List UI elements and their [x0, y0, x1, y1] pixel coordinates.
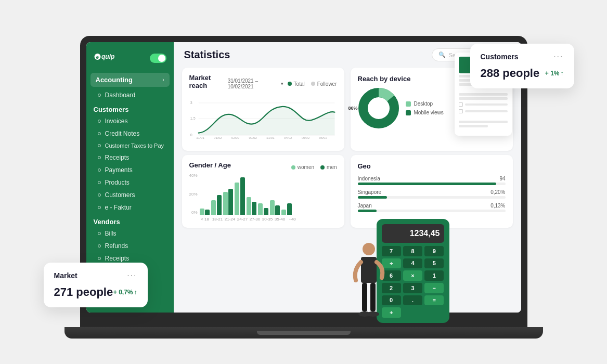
sidebar-item-receipts[interactable]: Receipts [86, 151, 174, 164]
efaktur-label: e - Faktur [105, 204, 132, 211]
desktop-label: Desktop [414, 101, 433, 107]
clipboard-line-4 [459, 93, 508, 96]
svg-rect-20 [361, 257, 377, 283]
sidebar-item-credit-notes[interactable]: Credit Notes [86, 127, 174, 140]
clipboard-checkbox-row [459, 102, 508, 107]
svg-text:01/02: 01/02 [214, 136, 222, 139]
svg-text:0: 0 [190, 133, 192, 137]
sidebar-item-products[interactable]: Products [86, 176, 174, 189]
gender-age-header: Gender / Age women men [189, 161, 337, 173]
bar-women-1821 [211, 200, 216, 215]
svg-text:02/02: 02/02 [231, 136, 239, 139]
bar-group-2427 [235, 177, 245, 215]
calculator-illustration: 1234,45 7 8 9 ÷ 4 5 6 × 1 2 3 − 0 . = + [377, 219, 449, 323]
refunds-dot [98, 244, 101, 248]
bar-group-lt18 [200, 209, 210, 215]
customers-card-title: Customers [481, 53, 519, 61]
sidebar-item-payments[interactable]: Payments [86, 164, 174, 176]
float-customers-card: Customers ··· 288 people + 1% ↑ [470, 44, 574, 88]
clipboard-spacer2 [459, 115, 508, 119]
svg-text:04/02: 04/02 [283, 136, 292, 139]
payments-dot [98, 168, 101, 172]
svg-text:31/01: 31/01 [266, 136, 275, 139]
x-lt18: < 18 [200, 217, 211, 222]
sidebar-item-efaktur[interactable]: e - Faktur [86, 201, 174, 214]
geo-singapore-fill [358, 196, 388, 199]
payments-label: Payments [105, 166, 133, 174]
calc-btn-mul: × [403, 270, 422, 281]
legend-follower: Follower [311, 81, 337, 87]
geo-indonesia-fill [358, 183, 497, 185]
customers-change: + 1% ↑ [545, 70, 564, 77]
geo-singapore-bg [358, 196, 506, 199]
customers-change-value: + 1% [545, 70, 560, 77]
geo-singapore-name: Singapore [358, 189, 382, 195]
svg-text:quip: quip [101, 53, 114, 60]
sidebar-item-customer-taxes[interactable]: Customer Taxes to Pay [86, 140, 174, 151]
x-2124: 21-24 [225, 217, 236, 222]
bar-men-lt18 [205, 210, 210, 215]
sidebar-item-customers[interactable]: Customers [86, 189, 174, 201]
svg-text:e: e [96, 54, 99, 60]
products-dot [98, 181, 101, 184]
desktop-color [406, 101, 411, 107]
svg-point-19 [363, 243, 375, 255]
men-dot [320, 165, 325, 170]
bar-women-40plus [281, 210, 286, 215]
market-reach-title: Market reach [189, 74, 228, 89]
geo-list: Indonesia 94 Singapore 0,20% [358, 176, 506, 212]
svg-rect-22 [370, 283, 376, 311]
women-label: women [298, 164, 314, 170]
sidebar-item-bills[interactable]: Bills [86, 227, 174, 240]
women-dot [291, 165, 295, 170]
geo-japan-header: Japan 0,13% [358, 203, 506, 209]
customers-arrow: ↑ [561, 70, 564, 77]
customers-count-value: 288 people [481, 67, 540, 80]
market-card-title: Market [54, 271, 78, 280]
x-1821: 18-21 [212, 217, 223, 222]
bar-group-3035 [258, 203, 268, 215]
calc-display: 1234,45 [382, 224, 444, 243]
calc-btn-eq: = [424, 295, 444, 306]
bar-women-3035 [258, 203, 263, 215]
calc-btn-8: 8 [403, 246, 422, 256]
credit-notes-dot [98, 132, 101, 135]
geo-indonesia-header: Indonesia 94 [358, 176, 506, 181]
calc-btn-dot: . [403, 295, 422, 306]
calc-btn-9: 9 [424, 246, 444, 256]
market-reach-chart: 3 1.5 0 31/01 [189, 96, 337, 142]
svg-text:03/02: 03/02 [249, 136, 257, 139]
bar-group-40plus [281, 203, 292, 215]
geo-indonesia-bg [358, 183, 506, 185]
legend-men: men [320, 164, 337, 170]
clipboard-line-7 [459, 125, 488, 127]
sidebar-item-dashboard[interactable]: Dashboard [86, 89, 174, 101]
market-card-menu[interactable]: ··· [127, 271, 137, 280]
men-label: men [327, 164, 337, 170]
y-20: 20% [189, 192, 198, 197]
market-count-value: 271 people [54, 285, 113, 299]
customers-card-menu[interactable]: ··· [553, 52, 563, 61]
accounting-section[interactable]: Accounting › [91, 73, 170, 87]
market-change: + 0,7% ↑ [113, 289, 137, 296]
gender-age-card: Gender / Age women men [182, 155, 344, 228]
float-market-card: Market ··· 271 people + 0,7% ↑ [44, 263, 148, 307]
sidebar-toggle[interactable] [150, 54, 166, 63]
accounting-label: Accounting [96, 76, 133, 84]
sidebar-item-refunds[interactable]: Refunds [86, 240, 174, 252]
gender-chart-content: 40% 20% 0% [189, 173, 337, 222]
donut-chart [358, 87, 399, 129]
invoices-dot [98, 120, 101, 123]
geo-item-singapore: Singapore 0,20% [358, 189, 506, 199]
legend-total-label: Total [294, 81, 305, 87]
refunds-label: Refunds [105, 242, 128, 250]
laptop-base-notch [257, 331, 351, 335]
bar-group-2124 [223, 189, 234, 215]
sidebar-item-invoices[interactable]: Invoices [86, 115, 174, 127]
receipts-dot [98, 156, 101, 159]
gender-y-axis: 40% 20% 0% [189, 173, 200, 215]
calc-btn-5: 5 [424, 258, 444, 269]
x-2730: 27-30 [250, 217, 261, 222]
market-change-value: + 0,7% [113, 289, 133, 296]
search-icon: 🔍 [438, 51, 446, 58]
